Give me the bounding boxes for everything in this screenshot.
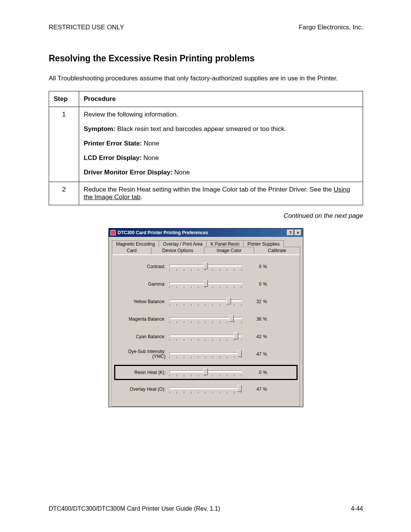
tab-row-front: Card Device Options Image Color Calibrat… [112,247,300,254]
close-button[interactable]: × [295,230,301,236]
slider-row: Cyan Balance:42% [116,332,296,342]
slider-track[interactable] [169,384,242,394]
slider-thumb[interactable] [237,385,242,392]
slider-thumb[interactable] [203,280,208,287]
tab-device-options[interactable]: Device Options [151,247,204,254]
steps-table: Step Procedure 1 Review the following in… [49,91,363,205]
slider-label: Cyan Balance: [116,334,169,339]
dme-label: Driver Monitor Error Display: [84,169,172,176]
lcd-error-line: LCD Error Display: None [84,154,358,162]
slider-track[interactable] [169,297,242,307]
slider-label: Gamma: [116,282,169,287]
tab-overlay-print-area[interactable]: Overlay / Print Area [159,240,207,248]
step2-text-b: . [140,193,142,201]
slider-value: 42 [242,334,261,339]
dme-text: None [174,169,190,176]
tab-calibrate[interactable]: Calibrate [254,247,300,254]
step-procedure: Reduce the Resin Heat setting within the… [79,182,363,205]
slider-label: Contrast: [116,264,169,269]
slider-thumb[interactable] [229,315,234,322]
tabs-area: Magnetic Encoding Overlay / Print Area K… [109,237,303,407]
slider-track[interactable] [169,279,242,289]
slider-track[interactable] [169,332,242,342]
slider-row: Magenta Balance:36% [116,314,296,324]
procedure-lead: Review the following information. [84,111,358,118]
step-procedure: Review the following information. Sympto… [79,107,363,182]
slider-value: 36 [242,316,261,322]
titlebar: DTC300 Card Printer Printing Preferences… [109,228,303,237]
header-right: Fargo Electronics, Inc. [299,24,363,31]
tab-image-color[interactable]: Image Color [204,247,254,254]
slider-unit: % [261,264,270,269]
slider-row: Yellow Balance:32% [116,297,296,307]
slider-label: Dye-Sub Intensity:(YMC) [116,349,169,359]
tab-row-back: Magnetic Encoding Overlay / Print Area K… [112,240,300,247]
symptom-line: Symptom: Black resin text and barcodes a… [84,125,358,133]
step-number: 2 [49,182,79,205]
slider-track[interactable] [169,314,242,324]
header-step: Step [49,91,79,107]
slider-track[interactable] [169,367,242,377]
printer-error-state-line: Printer Error State: None [84,140,358,147]
footer-left: DTC400/DTC300/DTC300M Card Printer User … [49,505,220,512]
slider-value: 0 [242,281,261,287]
help-button[interactable]: ? [287,230,294,236]
slider-value: 0 [242,370,261,375]
slider-thumb[interactable] [237,350,242,357]
slider-track[interactable] [169,349,242,359]
symptom-label: Symptom: [84,125,115,133]
driver-monitor-error-line: Driver Monitor Error Display: None [84,169,358,176]
page-header: RESTRICTED USE ONLY Fargo Electronics, I… [49,24,363,31]
slider-row: Dye-Sub Intensity:(YMC)47% [116,349,296,359]
table-row: 2 Reduce the Resin Heat setting within t… [49,182,363,205]
slider-row: Gamma:0% [116,279,296,289]
pes-text: None [144,140,159,147]
slider-row: Resin Heat (K):0% [115,366,296,379]
slider-thumb[interactable] [234,332,238,339]
slider-label: Resin Heat (K): [116,370,169,375]
slider-track[interactable] [169,262,242,272]
header-procedure: Procedure [79,91,363,107]
slider-unit: % [261,370,270,375]
slider-value: 32 [242,299,261,304]
printer-icon [110,230,116,235]
tab-magnetic-encoding[interactable]: Magnetic Encoding [112,240,159,248]
slider-unit: % [261,281,270,287]
slider-unit: % [261,299,270,304]
pes-label: Printer Error State: [84,140,142,147]
header-left: RESTRICTED USE ONLY [49,24,124,31]
slider-value: 47 [242,351,261,357]
intro-paragraph: All Troubleshooting procedures assume th… [49,74,363,83]
preferences-dialog: DTC300 Card Printer Printing Preferences… [108,228,303,407]
step-number: 1 [49,107,79,182]
slider-thumb[interactable] [226,297,231,304]
slider-unit: % [261,334,270,339]
slider-thumb[interactable] [203,262,208,269]
table-header-row: Step Procedure [49,91,363,107]
page-footer: DTC400/DTC300/DTC300M Card Printer User … [49,505,363,512]
slider-thumb[interactable] [203,368,208,375]
lcd-label: LCD Error Display: [84,154,142,161]
slider-unit: % [261,387,270,392]
slider-unit: % [261,316,270,322]
slider-label: Yellow Balance: [116,299,169,304]
slider-value: 0 [242,264,261,269]
footer-right: 4-44 [351,505,363,512]
document-page: RESTRICTED USE ONLY Fargo Electronics, I… [0,0,411,532]
continued-note: Continued on the next page [49,212,363,220]
step2-text-a: Reduce the Resin Heat setting within the… [84,186,334,193]
slider-label: Magenta Balance: [116,317,169,322]
lcd-text: None [143,154,159,161]
symptom-text: Black resin text and barcodes appear sme… [117,125,286,133]
slider-value: 47 [242,387,261,392]
slider-label: Overlay Heat (O): [116,387,169,392]
tab-panel-image-color: Contrast:0%Gamma:0%Yellow Balance:32%Mag… [112,254,300,407]
slider-unit: % [261,351,270,357]
page-title: Resolving the Excessive Resin Printing p… [49,53,363,64]
tab-card[interactable]: Card [112,247,151,254]
slider-row: Overlay Heat (O):47% [116,384,296,394]
slider-row: Contrast:0% [116,262,296,272]
dialog-title: DTC300 Card Printer Printing Preferences [118,230,208,235]
table-row: 1 Review the following information. Symp… [49,107,363,182]
